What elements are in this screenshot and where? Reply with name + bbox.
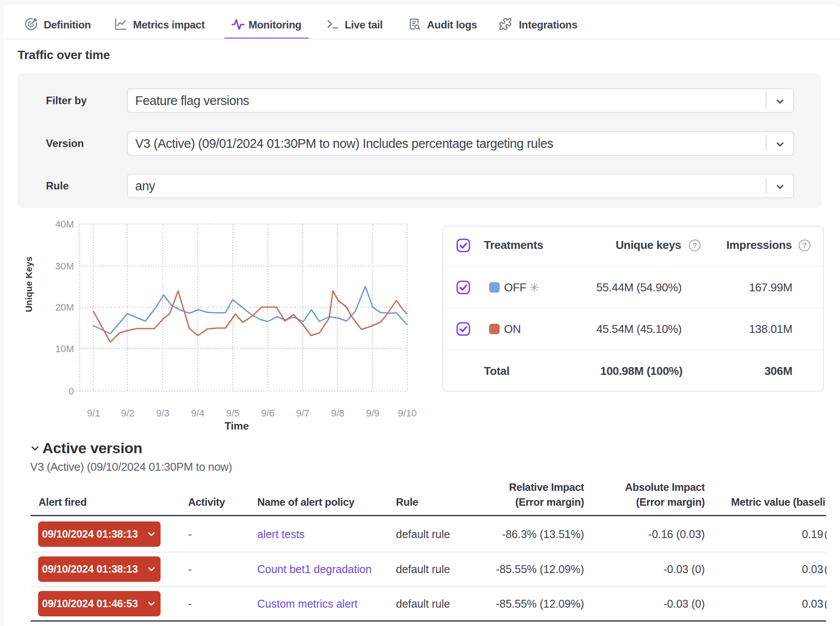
svg-text:9/2: 9/2 <box>121 408 135 419</box>
svg-text:9/4: 9/4 <box>191 408 205 419</box>
svg-text:?: ? <box>693 241 697 250</box>
svg-text:Unique Keys: Unique Keys <box>24 256 34 312</box>
svg-text:?: ? <box>802 241 807 250</box>
svg-text:9/6: 9/6 <box>261 408 275 419</box>
svg-text:9/8: 9/8 <box>331 408 345 419</box>
svg-text:9/7: 9/7 <box>296 408 310 419</box>
svg-text:Time: Time <box>224 420 249 432</box>
svg-text:9/1: 9/1 <box>87 408 101 419</box>
svg-text:40M: 40M <box>55 219 74 230</box>
svg-text:9/9: 9/9 <box>366 408 380 419</box>
svg-text:9/10: 9/10 <box>398 408 417 419</box>
svg-text:10M: 10M <box>55 343 74 354</box>
svg-text:9/5: 9/5 <box>226 408 240 419</box>
svg-text:30M: 30M <box>55 261 74 272</box>
svg-text:9/3: 9/3 <box>156 408 170 419</box>
svg-text:0: 0 <box>69 386 74 397</box>
svg-text:20M: 20M <box>55 302 74 313</box>
